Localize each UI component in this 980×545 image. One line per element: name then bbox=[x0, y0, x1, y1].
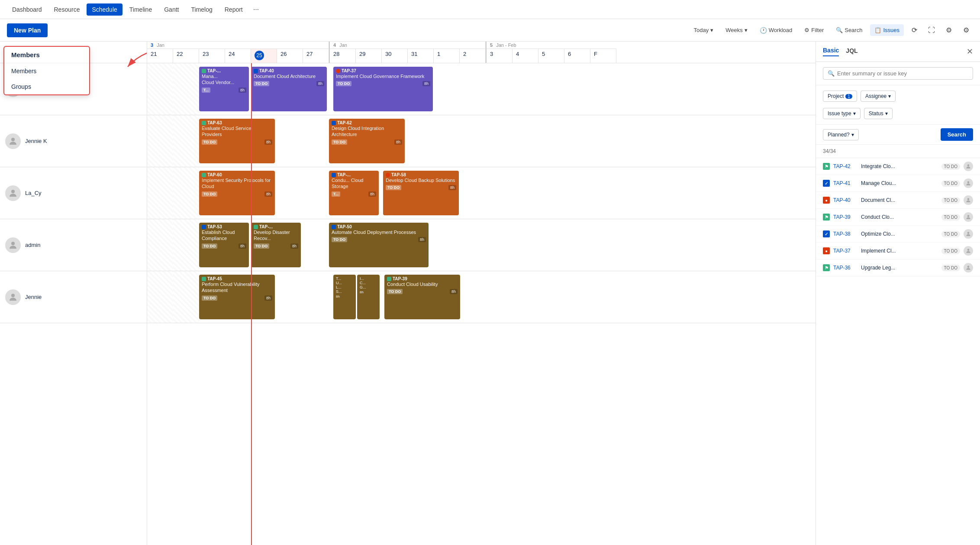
task-card-tap-disaster[interactable]: TAP-... Develop Disaster Recov... TO DO … bbox=[251, 223, 301, 267]
task-card-tap-53[interactable]: TAP-53 Establish Cloud Compliance TO DO … bbox=[199, 223, 249, 267]
issue-type-filter-button[interactable]: Issue type ▾ bbox=[823, 108, 861, 119]
issue-row-tap42[interactable]: ⚑ TAP-42 Integrate Clo... TO DO bbox=[816, 158, 980, 175]
dropdown-item-members[interactable]: Members bbox=[4, 63, 89, 79]
issue-row-tap37[interactable]: ● TAP-37 Implement Cl... TO DO bbox=[816, 243, 980, 260]
issue-id-tap40: TAP-40 bbox=[833, 197, 858, 203]
search-input[interactable] bbox=[837, 70, 968, 77]
nav-report[interactable]: Report bbox=[219, 3, 248, 16]
fullscreen-icon-button[interactable]: ⛶ bbox=[925, 23, 938, 37]
task-card-tap-63[interactable]: TAP-63 Evaluate Cloud Service Providers … bbox=[199, 119, 275, 163]
avatar-admin bbox=[5, 237, 21, 253]
task-card-tap-small-2[interactable]: I...C...G... 8h bbox=[357, 275, 380, 319]
avatar-tap38 bbox=[964, 229, 973, 239]
status-chevron-icon: ▾ bbox=[885, 110, 888, 117]
filter-icon: ⚙ bbox=[804, 27, 809, 33]
issue-row-tap41[interactable]: ✓ TAP-41 Manage Clou... TO DO bbox=[816, 175, 980, 192]
nav-more-icon[interactable]: ⋯ bbox=[250, 3, 262, 15]
settings-sliders-icon-button[interactable]: ⚙ bbox=[942, 23, 956, 37]
task-card-tap-mana[interactable]: TAP-... Mana...Cloud Vendor... T... 8h bbox=[199, 67, 249, 111]
issue-title-tap37: Implement Cl... bbox=[861, 248, 938, 254]
dropdown-item-groups[interactable]: Groups bbox=[4, 79, 89, 94]
task-id: TAP-40 bbox=[254, 68, 324, 73]
issue-row-tap38[interactable]: ✓ TAP-38 Optimize Clo... TO DO bbox=[816, 226, 980, 243]
nav-gantt[interactable]: Gantt bbox=[159, 3, 184, 16]
task-card-tap-37[interactable]: TAP-37 Implement Cloud Governance Framew… bbox=[333, 67, 433, 111]
member-row-lacy: La_Cy bbox=[0, 167, 147, 219]
task-card-tap-50[interactable]: TAP-50 Automate Cloud Deployment Process… bbox=[329, 223, 429, 267]
status-badge: T... bbox=[202, 88, 210, 93]
issue-icon-tap38: ✓ bbox=[823, 230, 830, 237]
issue-id-tap39: TAP-39 bbox=[833, 214, 858, 220]
task-card-tap-small-1[interactable]: T...U...L...S... 8h bbox=[333, 275, 356, 319]
filter-label: Filter bbox=[811, 27, 824, 33]
task-card-tap-condu[interactable]: TAP-... Condu... Cloud Storage T... 8h bbox=[329, 171, 379, 215]
svg-point-3 bbox=[11, 190, 15, 193]
hours-badge: 8h bbox=[368, 191, 376, 197]
task-card-tap-58[interactable]: TAP-58 Develop Cloud Backup Solutions TO… bbox=[383, 171, 459, 215]
svg-point-10 bbox=[967, 232, 970, 234]
date-cell-27: 27 bbox=[303, 49, 329, 63]
today-button[interactable]: Today ▾ bbox=[689, 24, 718, 36]
project-filter-button[interactable]: Project 1 bbox=[823, 91, 857, 102]
nav-timelog[interactable]: Timelog bbox=[186, 3, 217, 16]
nav-schedule[interactable]: Schedule bbox=[87, 3, 122, 16]
search-icon: 🔍 bbox=[828, 70, 835, 77]
issue-row-tap40[interactable]: ● TAP-40 Document Cl... TO DO bbox=[816, 192, 980, 209]
assignee-filter-button[interactable]: Assignee ▾ bbox=[861, 91, 896, 102]
filter-button[interactable]: ⚙ Filter bbox=[800, 24, 828, 36]
weekend-stripe-1 bbox=[147, 271, 173, 323]
status-badge: TO DO bbox=[202, 191, 217, 197]
search-action-button[interactable]: Search bbox=[941, 128, 973, 141]
issue-icon-tap41: ✓ bbox=[823, 180, 830, 187]
status-filter-button[interactable]: Status ▾ bbox=[864, 108, 893, 119]
planned-filter-button[interactable]: Planned? ▾ bbox=[823, 129, 859, 140]
mini-task: T...U...L...S... bbox=[336, 276, 353, 294]
new-plan-button[interactable]: New Plan bbox=[7, 23, 48, 37]
close-panel-button[interactable]: ✕ bbox=[967, 47, 973, 56]
task-card-tap-39[interactable]: TAP-39 Conduct Cloud Usability TO DO 8h bbox=[384, 275, 460, 319]
gear-icon-button[interactable]: ⚙ bbox=[959, 23, 973, 37]
issue-icon-tap36: ⚑ bbox=[823, 264, 830, 271]
search-box[interactable]: 🔍 bbox=[823, 67, 973, 80]
avatar-tap37 bbox=[964, 246, 973, 256]
calendar-rows: TAP-... Mana...Cloud Vendor... T... 8h T… bbox=[147, 63, 816, 545]
issue-status-tap38: TO DO bbox=[941, 231, 960, 237]
date-cell-2: 2 bbox=[460, 49, 486, 63]
issue-id-tap36: TAP-36 bbox=[833, 265, 858, 271]
nav-dashboard[interactable]: Dashboard bbox=[7, 3, 47, 16]
tab-jql[interactable]: JQL bbox=[846, 47, 858, 56]
avatar-jenniek bbox=[5, 133, 21, 149]
task-id: TAP-50 bbox=[332, 224, 426, 229]
refresh-icon-button[interactable]: ⟳ bbox=[907, 23, 921, 37]
issue-title-tap40: Document Cl... bbox=[861, 197, 938, 203]
svg-point-6 bbox=[967, 164, 970, 166]
date-cell-21: 21 bbox=[147, 49, 173, 63]
hours-badge: 8h bbox=[264, 191, 272, 197]
search-button[interactable]: 🔍 Search bbox=[832, 24, 867, 36]
issue-row-tap39[interactable]: ⚑ TAP-39 Conduct Clo... TO DO bbox=[816, 209, 980, 226]
task-card-tap-60[interactable]: TAP-60 Implement Security Protocols for … bbox=[199, 171, 275, 215]
calendar-row-1: TAP-63 Evaluate Cloud Service Providers … bbox=[147, 115, 816, 167]
tab-basic[interactable]: Basic bbox=[823, 47, 839, 56]
nav-resource[interactable]: Resource bbox=[49, 3, 85, 16]
task-id: TAP-60 bbox=[202, 172, 272, 177]
weeks-button[interactable]: Weeks ▾ bbox=[721, 24, 752, 36]
hours-badge: 8h bbox=[264, 139, 272, 145]
calendar-row-2: TAP-60 Implement Security Protocols for … bbox=[147, 167, 816, 219]
issues-button[interactable]: 📋 Issues bbox=[870, 24, 904, 36]
issue-row-tap36[interactable]: ⚑ TAP-36 Upgrade Leg... TO DO bbox=[816, 260, 980, 276]
task-card-tap-45[interactable]: TAP-45 Perform Cloud Vulnerability Asses… bbox=[199, 275, 275, 319]
workload-button[interactable]: 🕐 Workload bbox=[755, 24, 797, 36]
issue-title-tap42: Integrate Clo... bbox=[861, 163, 938, 169]
date-cell-28: 28 bbox=[330, 49, 356, 63]
assignee-label: Assignee bbox=[865, 93, 887, 99]
task-card-tap-62[interactable]: TAP-62 Design Cloud Integration Architec… bbox=[329, 119, 405, 163]
task-card-tap-40[interactable]: TAP-40 Document Cloud Architecture TO DO… bbox=[251, 67, 327, 111]
issue-icon-tap37: ● bbox=[823, 247, 830, 254]
member-row-admin: admin bbox=[0, 219, 147, 271]
issues-label: Issues bbox=[883, 27, 899, 33]
status-badge: TO DO bbox=[332, 237, 347, 242]
member-name-lacy: La_Cy bbox=[25, 190, 51, 196]
toolbar: New Plan Today ▾ Weeks ▾ 🕐 Workload ⚙ Fi… bbox=[0, 19, 980, 42]
nav-timeline[interactable]: Timeline bbox=[124, 3, 157, 16]
